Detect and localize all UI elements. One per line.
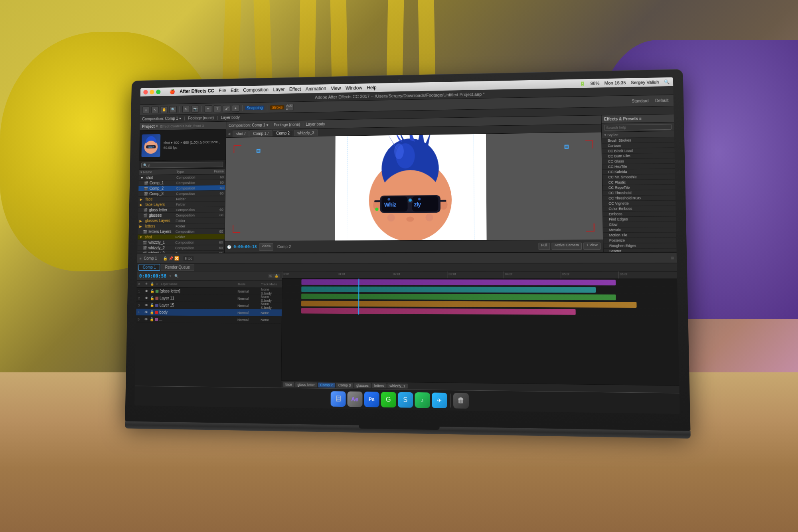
app-name[interactable]: After Effects CC: [180, 88, 214, 94]
project-search-input[interactable]: [141, 161, 223, 168]
layer-lock[interactable]: 🔓: [150, 317, 155, 321]
list-item[interactable]: 🎬 Comp_3 Composition 60: [138, 190, 225, 196]
list-item[interactable]: 🎬 letters Layers Composition 60: [138, 229, 225, 235]
zoom-select[interactable]: 200%: [259, 243, 273, 250]
bottom-tab-glasses[interactable]: glasses: [354, 383, 371, 388]
list-item[interactable]: 🎬 whizzly_1 Composition 60: [138, 239, 225, 245]
snapping-toggle[interactable]: Snapping: [245, 105, 264, 110]
toolbar-home[interactable]: ⌂: [142, 106, 150, 113]
tab-comp1[interactable]: Comp 1 /: [250, 130, 272, 136]
tab-whizzly3[interactable]: whizzly_3: [294, 129, 318, 135]
tab-comp2[interactable]: Comp 2: [273, 129, 293, 136]
effect-glow[interactable]: Glow: [603, 222, 676, 227]
maximize-button[interactable]: [156, 89, 160, 94]
toolbar-add[interactable]: Add ▾: [286, 103, 293, 111]
list-item[interactable]: 🎬 whizzly_2 Composition 60: [137, 245, 224, 251]
effect-motion-tile[interactable]: Motion Tile: [603, 232, 676, 238]
list-item[interactable]: 🎬 Comp_1 Composition 60: [138, 180, 225, 186]
list-item[interactable]: ▼ shot Folder: [138, 234, 225, 239]
composition-canvas[interactable]: Whiz zly: [225, 132, 603, 241]
active-camera-btn[interactable]: Active Camera: [552, 242, 582, 249]
menu-layer[interactable]: Layer: [273, 87, 284, 92]
toolbar-pen[interactable]: ✒: [205, 105, 212, 112]
effect-roughen-edges[interactable]: Roughen Edges: [603, 243, 676, 249]
menu-file[interactable]: File: [219, 88, 226, 93]
bottom-tab-face[interactable]: face: [283, 382, 294, 386]
dock-telegram[interactable]: ✈: [431, 392, 447, 408]
bottom-tab-glass-letter[interactable]: glass letter: [295, 382, 317, 387]
layer-visibility[interactable]: 👁: [144, 310, 150, 314]
layer-lock[interactable]: 🔓: [150, 289, 155, 293]
dock-green-app[interactable]: G: [381, 392, 396, 407]
bottom-tab-comp3[interactable]: Comp 3: [336, 382, 353, 388]
full-btn[interactable]: Full: [538, 242, 550, 249]
solo-btn[interactable]: S: [268, 273, 273, 278]
search-icon[interactable]: 🔍: [664, 79, 670, 84]
dock-photoshop[interactable]: Ps: [364, 391, 379, 407]
dock-trash[interactable]: 🗑: [453, 392, 468, 408]
toolbar-rotate[interactable]: ↻: [182, 105, 190, 113]
layer-lock[interactable]: 🔓: [150, 296, 155, 300]
toolbar-text[interactable]: T: [213, 105, 221, 112]
toolbar-stamp[interactable]: ✦: [232, 105, 239, 112]
layer-lock[interactable]: 🔓: [150, 310, 155, 314]
dock-spotify[interactable]: ♪: [415, 392, 430, 407]
tab-comp1-timeline[interactable]: Comp 1: [138, 264, 160, 271]
list-item[interactable]: 🎬 Comp_2 Composition 60: [138, 185, 225, 191]
bottom-tab-whizzly1[interactable]: whizzly_1: [387, 383, 407, 388]
menu-composition[interactable]: Composition: [243, 87, 269, 93]
layer-row[interactable]: 5 👁 🔓 ... Normal None: [136, 316, 282, 324]
playhead[interactable]: [359, 279, 359, 314]
effect-cc-vignette[interactable]: CC Vignette: [603, 200, 676, 206]
lock-btn[interactable]: 🔒: [273, 273, 280, 278]
list-item[interactable]: ▶ face Layers Folder: [138, 201, 225, 207]
menu-help[interactable]: Help: [367, 85, 376, 90]
effect-cc-mr-smoothie[interactable]: CC Mr. Smoothie: [602, 174, 675, 180]
effect-cc-plastic[interactable]: CC Plastic: [602, 179, 675, 185]
effect-emboss[interactable]: Emboss: [603, 211, 676, 217]
layer-visibility[interactable]: 👁: [145, 289, 150, 293]
timeline-menu-icon[interactable]: ≡: [140, 256, 142, 260]
layer-visibility[interactable]: 👁: [144, 303, 150, 307]
list-item[interactable]: ▼ shot Composition 60: [139, 174, 225, 180]
default-btn[interactable]: Default: [653, 97, 671, 104]
effect-posterize[interactable]: Posterize: [603, 237, 676, 243]
effect-cc-kaleida[interactable]: CC Kaleida: [602, 169, 675, 175]
effects-search-input[interactable]: [604, 124, 672, 131]
effect-cc-repetile[interactable]: CC RepeTile: [602, 184, 675, 190]
layer-row[interactable]: 1 👁 🔓 [glass letter] Normal None S.body: [136, 287, 282, 295]
list-item[interactable]: 🎬 glass letter Composition 60: [138, 207, 225, 213]
menu-edit[interactable]: Edit: [231, 87, 239, 93]
toolbar-zoom[interactable]: 🔍: [169, 106, 177, 113]
effect-scatter[interactable]: Scatter: [603, 248, 676, 252]
toolbar-brush[interactable]: 🖌: [223, 105, 230, 112]
minimize-button[interactable]: [150, 89, 154, 94]
effect-mosaic[interactable]: Mosaic: [603, 227, 676, 233]
dock-finder[interactable]: 🖥: [330, 391, 346, 406]
close-button[interactable]: [143, 90, 148, 95]
search-icon-timeline[interactable]: 🔍: [174, 274, 179, 278]
menu-window[interactable]: Window: [346, 85, 362, 91]
bottom-tab-comp2[interactable]: Comp 2: [318, 382, 335, 387]
nav-arrow-left[interactable]: ◀: [228, 131, 231, 135]
layer-row[interactable]: 2 👁 🔓 Layer 11 Normal None S.body: [136, 295, 282, 302]
effect-cc-hextile[interactable]: CC HexTile: [602, 163, 675, 169]
layer-visibility[interactable]: 👁: [144, 317, 150, 321]
standard-btn[interactable]: Standard: [629, 97, 651, 104]
list-item[interactable]: ▶ face Folder: [138, 196, 225, 202]
bottom-tab-letters[interactable]: letters: [372, 383, 387, 388]
apple-menu[interactable]: 🍎: [170, 89, 175, 94]
effect-find-edges[interactable]: Find Edges: [603, 216, 676, 222]
dock-ae[interactable]: Ae: [347, 391, 362, 407]
layer-lock[interactable]: 🔓: [150, 303, 155, 307]
effect-cc-threshold[interactable]: CC Threshold: [602, 190, 675, 196]
one-view-btn[interactable]: 1 View: [583, 242, 600, 249]
layer-row[interactable]: 4 👁 🔓 body Normal None: [136, 309, 282, 316]
toolbar-select[interactable]: ↖: [151, 106, 159, 113]
tab-shot[interactable]: shot /: [233, 130, 249, 136]
effect-cc-glass[interactable]: CC Glass: [602, 158, 675, 164]
menu-effect[interactable]: Effect: [289, 86, 301, 92]
list-item[interactable]: ▶ letters Folder: [138, 223, 225, 229]
effect-cc-threshold-rgb[interactable]: CC Threshold RGB: [602, 195, 676, 201]
menu-view[interactable]: View: [331, 85, 341, 91]
